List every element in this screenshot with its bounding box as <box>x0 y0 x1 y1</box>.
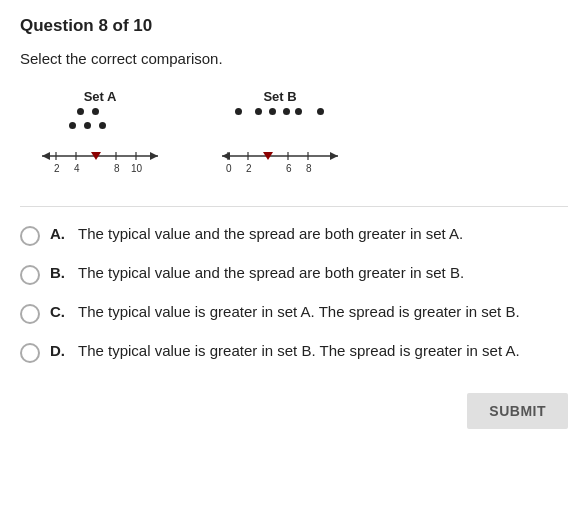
svg-text:8: 8 <box>306 163 312 174</box>
svg-text:0: 0 <box>226 163 232 174</box>
set-b-container: Set B <box>220 89 340 178</box>
svg-text:2: 2 <box>54 163 60 174</box>
radio-d[interactable] <box>20 343 40 363</box>
option-b-letter: B. <box>50 264 68 281</box>
svg-text:10: 10 <box>131 163 143 174</box>
set-a-container: Set A 2 <box>40 89 160 178</box>
svg-text:8: 8 <box>114 163 120 174</box>
submit-row: SUBMIT <box>20 393 568 429</box>
set-b-dot <box>235 108 242 115</box>
option-a-letter: A. <box>50 225 68 242</box>
option-d-text: The typical value is greater in set B. T… <box>78 342 568 359</box>
option-b-text: The typical value and the spread are bot… <box>78 264 568 281</box>
svg-text:4: 4 <box>74 163 80 174</box>
options-list: A. The typical value and the spread are … <box>20 225 568 363</box>
set-b-dot <box>255 108 262 115</box>
diagram-area: Set A 2 <box>40 89 568 178</box>
set-a-dot <box>92 108 99 115</box>
set-a-dot <box>69 122 76 129</box>
radio-c[interactable] <box>20 304 40 324</box>
svg-text:2: 2 <box>246 163 252 174</box>
divider <box>20 206 568 207</box>
option-b[interactable]: B. The typical value and the spread are … <box>20 264 568 285</box>
option-c-text: The typical value is greater in set A. T… <box>78 303 568 320</box>
set-a-dot <box>99 122 106 129</box>
svg-marker-14 <box>330 152 338 160</box>
option-a[interactable]: A. The typical value and the spread are … <box>20 225 568 246</box>
submit-button[interactable]: SUBMIT <box>467 393 568 429</box>
set-a-number-line: 2 4 8 10 <box>40 146 160 178</box>
set-a-dot <box>77 108 84 115</box>
option-c-letter: C. <box>50 303 68 320</box>
option-c[interactable]: C. The typical value is greater in set A… <box>20 303 568 324</box>
set-b-label: Set B <box>263 89 296 104</box>
radio-a[interactable] <box>20 226 40 246</box>
option-d[interactable]: D. The typical value is greater in set B… <box>20 342 568 363</box>
question-header: Question 8 of 10 <box>20 16 568 36</box>
option-a-text: The typical value and the spread are bot… <box>78 225 568 242</box>
set-b-dot <box>295 108 302 115</box>
set-b-dot <box>317 108 324 115</box>
option-d-letter: D. <box>50 342 68 359</box>
set-b-dot <box>269 108 276 115</box>
question-prompt: Select the correct comparison. <box>20 50 568 67</box>
radio-b[interactable] <box>20 265 40 285</box>
set-a-dot <box>84 122 91 129</box>
svg-marker-2 <box>150 152 158 160</box>
set-b-number-line: 0 2 6 8 <box>220 146 340 178</box>
set-a-label: Set A <box>84 89 117 104</box>
set-b-dot <box>283 108 290 115</box>
svg-text:6: 6 <box>286 163 292 174</box>
